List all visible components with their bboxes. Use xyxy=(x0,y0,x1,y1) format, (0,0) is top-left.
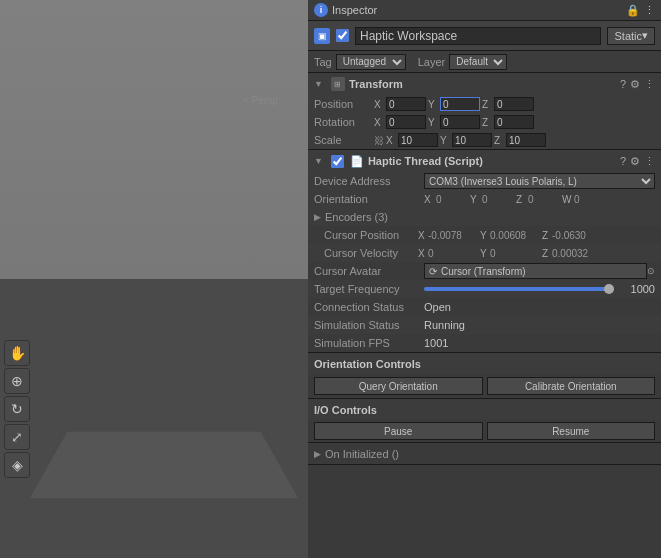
orientation-w-val: 0 xyxy=(574,194,606,205)
rotation-y-input[interactable] xyxy=(440,115,480,129)
orientation-label: Orientation xyxy=(314,193,424,205)
on-initialized-row: ▶ On Initialized () xyxy=(308,442,661,464)
orientation-controls-header: Orientation Controls xyxy=(308,352,661,374)
device-address-label: Device Address xyxy=(314,175,424,187)
position-y-input[interactable] xyxy=(440,97,480,111)
haptic-thread-menu-icon[interactable]: ⋮ xyxy=(644,155,655,168)
haptic-thread-enable-checkbox[interactable] xyxy=(331,155,344,168)
cursor-pos-y-val: 0.00608 xyxy=(490,230,540,241)
persp-label: < Persp xyxy=(243,95,278,106)
haptic-thread-help-icon[interactable]: ? xyxy=(620,155,626,168)
haptic-thread-header[interactable]: ▼ 📄 Haptic Thread (Script) ? ⚙ ⋮ xyxy=(308,150,661,172)
simulation-status-label: Simulation Status xyxy=(314,319,424,331)
position-x-input[interactable] xyxy=(386,97,426,111)
io-controls-header: I/O Controls xyxy=(308,398,661,420)
scale-x-input[interactable] xyxy=(398,133,438,147)
scale-z-input[interactable] xyxy=(506,133,546,147)
orientation-z-label: Z xyxy=(516,194,526,205)
transform-header[interactable]: ▼ ⊞ Transform ? ⚙ ⋮ xyxy=(308,73,661,95)
move-tool-button[interactable]: ⊕ xyxy=(4,368,30,394)
scene-panel: < Persp ✋ ⊕ ↻ ⤢ ◈ xyxy=(0,0,308,558)
inspector-header: i Inspector 🔒 ⋮ xyxy=(308,0,661,21)
scale-tool-button[interactable]: ⤢ xyxy=(4,424,30,450)
encoders-row[interactable]: ▶ Encoders (3) xyxy=(308,208,661,226)
pause-button[interactable]: Pause xyxy=(314,422,483,440)
orientation-w-label: W xyxy=(562,194,572,205)
tag-label: Tag xyxy=(314,56,332,68)
cursor-velocity-label: Cursor Velocity xyxy=(324,247,418,259)
scale-link-icon: ⛓ xyxy=(374,135,384,146)
inspector-content[interactable]: ▼ ⊞ Transform ? ⚙ ⋮ Position X Y Z xyxy=(308,73,661,558)
static-badge[interactable]: Static ▾ xyxy=(607,27,655,45)
target-frequency-slider-track[interactable] xyxy=(424,287,614,291)
scale-xyz: X Y Z xyxy=(386,133,655,147)
gameobject-active-checkbox[interactable] xyxy=(336,29,349,42)
transform-help-icon[interactable]: ? xyxy=(620,78,626,91)
target-frequency-label: Target Frequency xyxy=(314,283,424,295)
menu-icon[interactable]: ⋮ xyxy=(644,4,655,17)
simulation-fps-row: Simulation FPS 1001 xyxy=(308,334,661,352)
script-icon: 📄 xyxy=(350,155,364,168)
query-orientation-button[interactable]: Query Orientation xyxy=(314,377,483,395)
inspector-info-icon: i xyxy=(314,3,328,17)
rotation-z-input[interactable] xyxy=(494,115,534,129)
simulation-status-value: Running xyxy=(424,319,465,331)
haptic-thread-title: Haptic Thread (Script) xyxy=(368,155,616,167)
calibrate-orientation-button[interactable]: Calibrate Orientation xyxy=(487,377,656,395)
cursor-vel-x-label: X xyxy=(418,248,426,259)
rotation-x-input[interactable] xyxy=(386,115,426,129)
rotation-xyz: X Y Z xyxy=(374,115,655,129)
transform-menu-icon[interactable]: ⋮ xyxy=(644,78,655,91)
scale-y-input[interactable] xyxy=(452,133,492,147)
cursor-vel-z-val: 0.00032 xyxy=(552,248,602,259)
orientation-z-val: 0 xyxy=(528,194,560,205)
rect-tool-button[interactable]: ◈ xyxy=(4,452,30,478)
cursor-pos-y-label: Y xyxy=(480,230,488,241)
target-frequency-slider-fill xyxy=(424,287,614,291)
cursor-velocity-xyz: X 0 Y 0 Z 0.00032 xyxy=(418,248,602,259)
cursor-vel-y-label: Y xyxy=(480,248,488,259)
layer-select[interactable]: Default xyxy=(449,54,507,70)
tag-select[interactable]: Untagged xyxy=(336,54,406,70)
simulation-fps-value: 1001 xyxy=(424,337,448,349)
orientation-y-label: Y xyxy=(470,194,480,205)
target-frequency-slider-thumb[interactable] xyxy=(604,284,614,294)
rotation-y-label: Y xyxy=(428,117,438,128)
cursor-avatar-value: Cursor (Transform) xyxy=(441,266,526,277)
haptic-thread-header-icons: ? ⚙ ⋮ xyxy=(620,155,655,168)
orientation-xyzw: X 0 Y 0 Z 0 W 0 xyxy=(424,194,606,205)
gameobject-name-input[interactable] xyxy=(355,27,601,45)
rotate-tool-button[interactable]: ↻ xyxy=(4,396,30,422)
orientation-x-label: X xyxy=(424,194,434,205)
orientation-y-val: 0 xyxy=(482,194,514,205)
cursor-avatar-row: Cursor Avatar ⟳ Cursor (Transform) ⊙ xyxy=(308,262,661,280)
transform-header-icons: ? ⚙ ⋮ xyxy=(620,78,655,91)
haptic-thread-section: ▼ 📄 Haptic Thread (Script) ? ⚙ ⋮ Device … xyxy=(308,150,661,465)
position-xyz: X Y Z xyxy=(374,97,655,111)
position-label: Position xyxy=(314,98,374,110)
scale-z-label: Z xyxy=(494,135,504,146)
orientation-row: Orientation X 0 Y 0 Z 0 W 0 xyxy=(308,190,661,208)
resume-button[interactable]: Resume xyxy=(487,422,656,440)
lock-icon[interactable]: 🔒 xyxy=(626,4,640,17)
hand-tool-button[interactable]: ✋ xyxy=(4,340,30,366)
tag-layer-row: Tag Untagged Layer Default xyxy=(308,51,661,73)
device-address-select[interactable]: COM3 (Inverse3 Louis Polaris, L) xyxy=(424,173,655,189)
cursor-avatar-pick-icon[interactable]: ⊙ xyxy=(647,266,655,276)
inspector-header-icons: 🔒 ⋮ xyxy=(626,4,655,17)
on-initialized-collapse-icon: ▶ xyxy=(314,449,321,459)
haptic-thread-settings-icon[interactable]: ⚙ xyxy=(630,155,640,168)
position-z-input[interactable] xyxy=(494,97,534,111)
encoders-label: Encoders (3) xyxy=(325,211,388,223)
rotation-x-label: X xyxy=(374,117,384,128)
position-y-label: Y xyxy=(428,99,438,110)
target-frequency-value: 1000 xyxy=(620,283,655,295)
transform-settings-icon[interactable]: ⚙ xyxy=(630,78,640,91)
cursor-pos-x-label: X xyxy=(418,230,426,241)
cursor-avatar-transform-icon: ⟳ xyxy=(429,266,437,277)
transform-section: ▼ ⊞ Transform ? ⚙ ⋮ Position X Y Z xyxy=(308,73,661,150)
device-address-field: Device Address COM3 (Inverse3 Louis Pola… xyxy=(308,172,661,190)
simulation-status-row: Simulation Status Running xyxy=(308,316,661,334)
connection-status-value: Open xyxy=(424,301,451,313)
io-controls-title: I/O Controls xyxy=(314,404,377,416)
